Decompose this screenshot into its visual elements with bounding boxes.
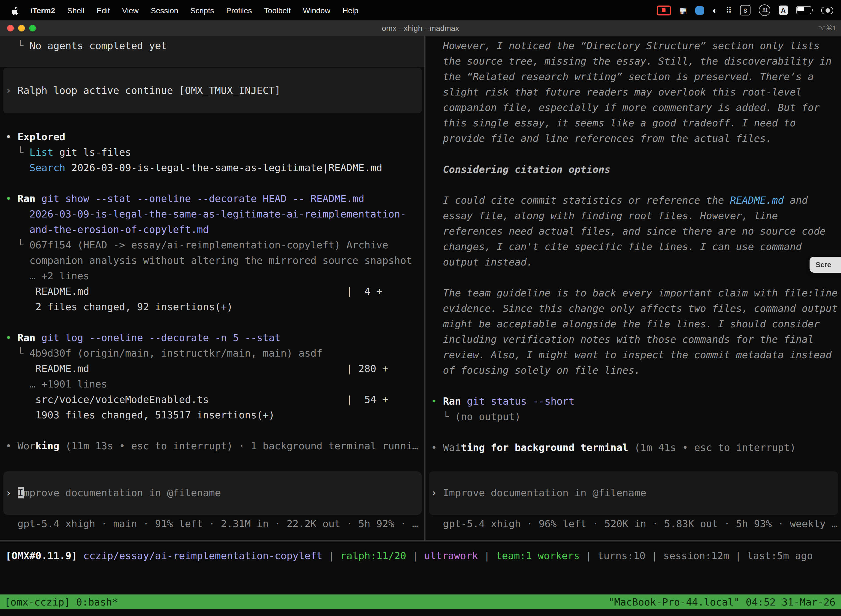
terminal-block-body: • Explored └ List git ls-files Search 20… <box>0 129 424 454</box>
omx-status-bar: [OMX#0.11.9] cczip/essay/ai-reimplementa… <box>0 541 841 563</box>
tmux-host-time-label: "MacBook-Pro-44.local" 04:52 31-Mar-26 <box>608 596 841 608</box>
control-center-icon[interactable] <box>821 6 833 14</box>
window-title-bar: omx --xhigh --madmax ⌥⌘1 <box>0 21 841 37</box>
blue-app-icon[interactable] <box>695 6 704 15</box>
dots-grid-app-icon[interactable]: ⠿ <box>726 5 732 15</box>
terminal-line: and-the-erosion-of-copyleft.md <box>6 222 424 238</box>
terminal-line: the “Related research writing” section i… <box>431 69 841 84</box>
battery-percent-icon[interactable]: .61 <box>759 4 771 16</box>
terminal-block-body-top: However, I noticed the “Directory Struct… <box>425 36 841 455</box>
terminal-line: › Improve documentation in @filename <box>6 485 416 501</box>
menu-scripts[interactable]: Scripts <box>184 6 220 15</box>
terminal-line: • Waiting for background terminal (1m 41… <box>431 440 841 455</box>
terminal-line: review. Also, I might want to inspect th… <box>431 347 841 363</box>
terminal-line <box>431 146 841 162</box>
terminal-line: 1903 files changed, 513517 insertions(+) <box>6 407 424 423</box>
grid-app-icon[interactable]: ▦ <box>679 5 687 15</box>
terminal-line: changes, I can't cite specific file line… <box>431 239 841 254</box>
terminal-box-top: └ No agents completed yet <box>0 36 424 67</box>
prompt-input-box[interactable]: › Improve documentation in @filename <box>429 471 838 515</box>
apple-menu-icon[interactable] <box>0 6 24 15</box>
terminal-line: • Ran git status --short <box>431 393 841 409</box>
terminal-line <box>6 423 424 438</box>
terminal-line: › Improve documentation in @filename <box>431 485 833 501</box>
menu-session[interactable]: Session <box>145 6 184 15</box>
terminal-line: … +1901 lines <box>6 377 424 392</box>
window-shortcut-indicator: ⌥⌘1 <box>818 24 841 32</box>
key-app-icon[interactable]: 8 <box>740 5 750 15</box>
tmux-session-label: [omx-cczip] 0:bash* <box>0 596 118 608</box>
terminal-line: └ (no output) <box>431 409 841 424</box>
terminal-line <box>431 378 841 393</box>
terminal-line: gpt-5.4 xhigh · main · 91% left · 2.31M … <box>6 516 424 532</box>
prompt-input-box[interactable]: › Improve documentation in @filename <box>3 471 422 515</box>
terminal-line <box>431 270 841 285</box>
screen-notification[interactable]: Scre <box>810 257 841 273</box>
terminal-line: Considering citation options <box>431 162 841 177</box>
tmux-status-bar: [omx-cczip] 0:bash* "MacBook-Pro-44.loca… <box>0 594 841 609</box>
terminal-line: └ No agents completed yet <box>6 38 419 54</box>
terminal-line: references need actual files, and since … <box>431 224 841 239</box>
terminal-line: companion file, especially if more comme… <box>431 100 841 115</box>
terminal-line: this single essay, it seems like a good … <box>431 115 841 131</box>
terminal-line: provide file and line references from th… <box>431 131 841 146</box>
terminal-line: output instead. <box>431 254 841 270</box>
menu-view[interactable]: View <box>116 6 145 15</box>
terminal-line: might be acceptable alongside the file l… <box>431 316 841 332</box>
window-title: omx --xhigh --madmax <box>0 24 841 32</box>
terminal-block-status: gpt-5.4 xhigh · 96% left · 520K in · 5.8… <box>425 516 841 532</box>
terminal-line: › Ralph loop active continue [OMX_TMUX_I… <box>6 83 416 98</box>
battery-icon[interactable] <box>796 6 813 14</box>
terminal-line <box>6 315 424 330</box>
input-source-icon[interactable]: A <box>779 6 788 15</box>
terminal-line: • Ran git show --stat --oneline --decora… <box>6 191 424 207</box>
terminal-line: the source tree, missing the essay. Stil… <box>431 54 841 69</box>
menu-toolbelt[interactable]: Toolbelt <box>258 6 297 15</box>
screen: iTerm2ShellEditViewSessionScriptsProfile… <box>0 0 841 616</box>
terminal-line <box>431 424 841 440</box>
half-circle-app-icon[interactable]: ◐ <box>712 6 717 15</box>
terminal-line: slight risk that future readers may over… <box>431 84 841 100</box>
terminal-line: • Working (11m 13s • esc to interrupt) ·… <box>6 438 424 454</box>
terminal-line: 2 files changed, 92 insertions(+) <box>6 299 424 315</box>
terminal-box-banner: › Ralph loop active continue [OMX_TMUX_I… <box>3 68 422 113</box>
menu-window[interactable]: Window <box>297 6 337 15</box>
terminal-line: • Explored <box>6 129 424 145</box>
terminal-line: README.md | 4 + <box>6 284 424 299</box>
terminal-line <box>6 176 424 191</box>
terminal-line: I could cite commit statistics or refere… <box>431 193 841 208</box>
menu-bar: iTerm2ShellEditViewSessionScriptsProfile… <box>0 0 841 21</box>
terminal: └ No agents completed yet› Ralph loop ac… <box>0 36 841 616</box>
terminal-line: └ 4b9d30f (origin/main, instructkr/main,… <box>6 346 424 361</box>
terminal-line: gpt-5.4 xhigh · 96% left · 520K in · 5.8… <box>431 516 841 532</box>
terminal-line: of focusing solely on file lines. <box>431 363 841 378</box>
terminal-line: The team guideline is to back every impo… <box>431 285 841 301</box>
menu-profiles[interactable]: Profiles <box>220 6 258 15</box>
terminal-line: README.md | 280 + <box>6 361 424 377</box>
terminal-line: companion analysis without altering the … <box>6 253 424 268</box>
menu-shell[interactable]: Shell <box>61 6 91 15</box>
left-pane[interactable]: └ No agents completed yet› Ralph loop ac… <box>0 36 424 540</box>
terminal-line: including verification notes with those … <box>431 332 841 347</box>
screen-recording-indicator-icon[interactable] <box>657 5 671 15</box>
menu-iterm2[interactable]: iTerm2 <box>24 6 61 15</box>
menu-help[interactable]: Help <box>336 6 365 15</box>
terminal-line: 2026-03-09-is-legal-the-same-as-legitima… <box>6 207 424 222</box>
terminal-line <box>431 177 841 193</box>
terminal-line: evidence. Since this change only affects… <box>431 301 841 316</box>
terminal-line: • Ran git log --oneline --decorate -n 5 … <box>6 330 424 346</box>
terminal-line: └ List git ls-files <box>6 145 424 160</box>
terminal-line: However, I noticed the “Directory Struct… <box>431 38 841 54</box>
terminal-line: └ 067f154 (HEAD -> essay/ai-reimplementa… <box>6 238 424 253</box>
menu-edit[interactable]: Edit <box>91 6 116 15</box>
terminal-line: … +2 lines <box>6 268 424 284</box>
right-pane[interactable]: However, I noticed the “Directory Struct… <box>425 36 841 540</box>
terminal-line: Search 2026-03-09-is-legal-the-same-as-l… <box>6 160 424 176</box>
terminal-line: src/voice/voiceModeEnabled.ts | 54 + <box>6 392 424 407</box>
terminal-line: essay file, along with finding root file… <box>431 208 841 224</box>
terminal-block-status: gpt-5.4 xhigh · main · 91% left · 2.31M … <box>0 516 424 532</box>
